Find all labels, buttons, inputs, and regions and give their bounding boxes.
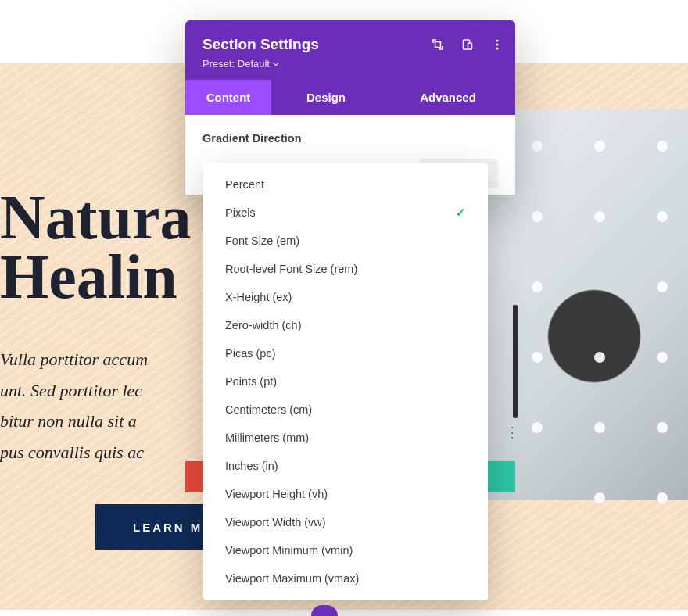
checkmark-icon: ✓ xyxy=(456,206,466,219)
tab-design-label: Design xyxy=(306,91,346,104)
unit-option-percent[interactable]: Percent xyxy=(203,170,488,199)
svg-rect-2 xyxy=(468,43,472,49)
unit-option-pc[interactable]: Picas (pc) xyxy=(203,339,488,367)
chevron-down-icon xyxy=(273,61,279,67)
section-hover-handle[interactable] xyxy=(513,305,518,418)
svg-point-4 xyxy=(496,43,498,45)
unit-label: Pixels xyxy=(225,206,256,219)
hero-title: Natura Healin xyxy=(0,188,191,306)
row-options-icon[interactable]: ⋮ xyxy=(505,424,520,441)
modal-header[interactable]: Section Settings Preset: Default xyxy=(185,20,515,80)
svg-point-3 xyxy=(496,39,498,41)
preset-label: Preset: Default xyxy=(202,58,270,70)
unit-label: Points (pt) xyxy=(225,375,277,388)
unit-option-mm[interactable]: Millimeters (mm) xyxy=(203,424,488,452)
unit-label: Centimeters (cm) xyxy=(225,403,312,416)
modal-header-actions xyxy=(431,38,504,52)
unit-option-vmin[interactable]: Viewport Minimum (vmin) xyxy=(203,536,488,564)
svg-rect-0 xyxy=(435,42,441,48)
unit-option-vh[interactable]: Viewport Height (vh) xyxy=(203,480,488,508)
unit-label: X-Height (ex) xyxy=(225,291,292,303)
unit-option-vmax[interactable]: Viewport Maximum (vmax) xyxy=(203,564,488,593)
responsive-icon[interactable] xyxy=(460,38,475,52)
unit-label: Viewport Minimum (vmin) xyxy=(225,544,353,557)
more-vert-icon[interactable] xyxy=(490,38,504,52)
unit-option-cm[interactable]: Centimeters (cm) xyxy=(203,396,488,424)
tab-design[interactable]: Design xyxy=(271,80,381,115)
page-root: Natura Healin Vulla porttitor accum unt.… xyxy=(0,0,688,616)
cta-label: LEARN MO xyxy=(133,521,214,534)
unit-option-vw[interactable]: Viewport Width (vw) xyxy=(203,508,488,536)
tab-advanced-label: Advanced xyxy=(420,91,476,104)
tab-content[interactable]: Content xyxy=(185,80,271,115)
hero-title-line2: Healin xyxy=(0,247,191,306)
tab-content-label: Content xyxy=(206,91,251,104)
unit-option-pt[interactable]: Points (pt) xyxy=(203,367,488,396)
preset-selector[interactable]: Preset: Default xyxy=(202,58,279,70)
unit-option-pixels[interactable]: Pixels✓ xyxy=(203,199,488,227)
modal-tabs: Content Design Advanced xyxy=(185,80,515,115)
unit-option-in[interactable]: Inches (in) xyxy=(203,452,488,480)
expand-icon[interactable] xyxy=(431,38,445,52)
unit-label: Picas (pc) xyxy=(225,347,275,360)
hero-title-line1: Natura xyxy=(0,188,191,247)
unit-dropdown: Percent Pixels✓ Font Size (em) Root-leve… xyxy=(203,163,488,600)
unit-option-rem[interactable]: Root-level Font Size (rem) xyxy=(203,255,488,283)
unit-label: Inches (in) xyxy=(225,460,278,472)
unit-option-ex[interactable]: X-Height (ex) xyxy=(203,283,488,311)
field-label-gradient-direction: Gradient Direction xyxy=(202,132,498,145)
unit-label: Zero-width (ch) xyxy=(225,319,302,331)
unit-option-em[interactable]: Font Size (em) xyxy=(203,227,488,255)
unit-label: Root-level Font Size (rem) xyxy=(225,263,357,275)
unit-label: Percent xyxy=(225,178,264,191)
unit-label: Millimeters (mm) xyxy=(225,432,309,444)
unit-label: Font Size (em) xyxy=(225,235,299,247)
tab-advanced[interactable]: Advanced xyxy=(381,80,515,115)
unit-option-ch[interactable]: Zero-width (ch) xyxy=(203,311,488,339)
save-button-edge[interactable] xyxy=(487,461,515,492)
unit-label: Viewport Height (vh) xyxy=(225,488,328,500)
unit-label: Viewport Maximum (vmax) xyxy=(225,572,359,585)
unit-label: Viewport Width (vw) xyxy=(225,516,326,528)
svg-point-5 xyxy=(496,47,498,49)
